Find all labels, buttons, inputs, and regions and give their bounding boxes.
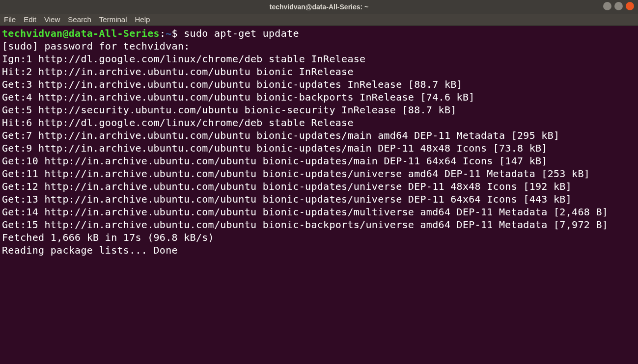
output-line: Reading package lists... Done <box>2 244 636 257</box>
output-line: Hit:6 http://dl.google.com/linux/chrome/… <box>2 116 636 129</box>
output-line: Get:10 http://in.archive.ubuntu.com/ubun… <box>2 155 636 167</box>
menu-search[interactable]: Search <box>68 15 91 25</box>
output-line: Get:7 http://in.archive.ubuntu.com/ubunt… <box>2 129 636 142</box>
output-line: Get:12 http://in.archive.ubuntu.com/ubun… <box>2 180 636 193</box>
minimize-button[interactable] <box>603 2 611 10</box>
menu-edit[interactable]: Edit <box>24 15 36 25</box>
terminal-output[interactable]: techvidvan@data-All-Series:~$ sudo apt-g… <box>0 26 638 258</box>
output-line: [sudo] password for techvidvan: <box>2 40 636 52</box>
output-line: Get:15 http://in.archive.ubuntu.com/ubun… <box>2 218 636 231</box>
menu-terminal[interactable]: Terminal <box>99 15 127 25</box>
output-line: Get:3 http://in.archive.ubuntu.com/ubunt… <box>2 78 636 91</box>
maximize-button[interactable] <box>614 2 623 10</box>
menubar: File Edit View Search Terminal Help <box>0 14 638 26</box>
prompt-sep: : <box>160 27 166 39</box>
prompt-dollar: $ <box>172 27 184 39</box>
output-line: Get:11 http://in.archive.ubuntu.com/ubun… <box>2 167 636 180</box>
window-controls <box>603 2 634 10</box>
output-line: Ign:1 http://dl.google.com/linux/chrome/… <box>2 52 636 65</box>
prompt-path: ~ <box>166 27 171 39</box>
menu-help[interactable]: Help <box>135 15 150 25</box>
output-line: Hit:2 http://in.archive.ubuntu.com/ubunt… <box>2 65 636 78</box>
prompt-user-host: techvidvan@data-All-Series <box>2 27 160 39</box>
output-line: Get:13 http://in.archive.ubuntu.com/ubun… <box>2 193 636 206</box>
titlebar: techvidvan@data-All-Series: ~ <box>0 0 638 14</box>
output-line: Get:5 http://security.ubuntu.com/ubuntu … <box>2 104 636 116</box>
output-line: Get:14 http://in.archive.ubuntu.com/ubun… <box>2 206 636 218</box>
close-button[interactable] <box>626 2 634 10</box>
output-line: Fetched 1,666 kB in 17s (96.8 kB/s) <box>2 231 636 244</box>
window-title: techvidvan@data-All-Series: ~ <box>270 2 369 11</box>
menu-view[interactable]: View <box>44 15 60 25</box>
output-line: Get:4 http://in.archive.ubuntu.com/ubunt… <box>2 91 636 104</box>
output-line: Get:9 http://in.archive.ubuntu.com/ubunt… <box>2 142 636 155</box>
menu-file[interactable]: File <box>4 15 16 25</box>
command-text: sudo apt-get update <box>184 27 299 39</box>
prompt-line: techvidvan@data-All-Series:~$ sudo apt-g… <box>2 27 636 40</box>
